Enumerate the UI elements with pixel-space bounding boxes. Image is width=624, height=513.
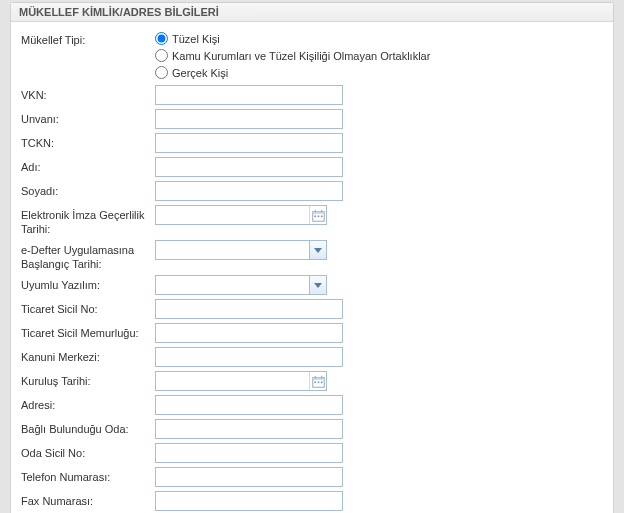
kanuni-input[interactable] [155, 347, 343, 367]
label-odano: Oda Sicil No: [21, 443, 155, 460]
unvani-input[interactable] [155, 109, 343, 129]
svg-rect-12 [317, 381, 319, 383]
label-fax: Fax Numarası: [21, 491, 155, 508]
calendar-icon [312, 209, 325, 222]
vkn-input[interactable] [155, 85, 343, 105]
soyadi-input[interactable] [155, 181, 343, 201]
radio-group-mukellef-tipi: Tüzel Kişi Kamu Kurumları ve Tüzel Kişil… [155, 30, 430, 81]
odano-input[interactable] [155, 443, 343, 463]
kurulus-date-input[interactable] [155, 371, 327, 391]
eimza-date-input[interactable] [155, 205, 327, 225]
tel-input[interactable] [155, 467, 343, 487]
kurulus-date-trigger[interactable] [309, 372, 326, 390]
label-mukellef-tipi: Mükellef Tipi: [21, 30, 155, 47]
svg-rect-11 [314, 381, 316, 383]
svg-rect-6 [320, 215, 322, 217]
svg-rect-5 [317, 215, 319, 217]
radio-tuzel-kisi[interactable] [155, 32, 168, 45]
label-tsicilno: Ticaret Sicil No: [21, 299, 155, 316]
radio-label-tuzel: Tüzel Kişi [172, 33, 220, 45]
row-eimza: Elektronik İmza Geçerlilik Tarihi: [11, 203, 613, 238]
label-tsicilmem: Ticaret Sicil Memurluğu: [21, 323, 155, 340]
svg-rect-4 [314, 215, 316, 217]
oda-input[interactable] [155, 419, 343, 439]
eimza-date-trigger[interactable] [309, 206, 326, 224]
radio-label-kamu: Kamu Kurumları ve Tüzel Kişiliği Olmayan… [172, 50, 430, 62]
tsicilmem-input[interactable] [155, 323, 343, 343]
radio-label-gercek: Gerçek Kişi [172, 67, 228, 79]
row-uyumlu: Uyumlu Yazılım: [11, 273, 613, 297]
adres-input[interactable] [155, 395, 343, 415]
svg-rect-1 [312, 211, 323, 213]
label-unvani: Unvanı: [21, 109, 155, 126]
label-kurulus: Kuruluş Tarihi: [21, 371, 155, 388]
tsicilno-input[interactable] [155, 299, 343, 319]
fax-input[interactable] [155, 491, 343, 511]
label-eimza: Elektronik İmza Geçerlilik Tarihi: [21, 205, 155, 236]
row-edefter: e-Defter Uygulamasına Başlangıç Tarihi: [11, 238, 613, 273]
svg-rect-13 [320, 381, 322, 383]
radio-gercek-kisi[interactable] [155, 66, 168, 79]
row-mukellef-tipi: Mükellef Tipi: Tüzel Kişi Kamu Kurumları… [11, 28, 613, 83]
label-vkn: VKN: [21, 85, 155, 102]
label-uyumlu: Uyumlu Yazılım: [21, 275, 155, 292]
section-header-identity: MÜKELLEF KİMLİK/ADRES BİLGİLERİ [11, 3, 613, 22]
uyumlu-combo-input[interactable] [155, 275, 327, 295]
svg-rect-8 [312, 377, 323, 379]
row-kurulus: Kuruluş Tarihi: [11, 369, 613, 393]
chevron-down-icon [314, 248, 322, 253]
taxpayer-identity-panel: MÜKELLEF KİMLİK/ADRES BİLGİLERİ Mükellef… [10, 2, 614, 513]
uyumlu-combo-trigger[interactable] [309, 276, 326, 294]
section1-body: Mükellef Tipi: Tüzel Kişi Kamu Kurumları… [11, 22, 613, 513]
radio-kamu-kurumlari[interactable] [155, 49, 168, 62]
calendar-icon [312, 375, 325, 388]
label-oda: Bağlı Bulunduğu Oda: [21, 419, 155, 436]
label-adres: Adresi: [21, 395, 155, 412]
edefter-combo-trigger[interactable] [309, 241, 326, 259]
tckn-input[interactable] [155, 133, 343, 153]
label-adi: Adı: [21, 157, 155, 174]
label-edefter: e-Defter Uygulamasına Başlangıç Tarihi: [21, 240, 155, 271]
edefter-combo-input[interactable] [155, 240, 327, 260]
label-tckn: TCKN: [21, 133, 155, 150]
label-kanuni: Kanuni Merkezi: [21, 347, 155, 364]
label-soyadi: Soyadı: [21, 181, 155, 198]
chevron-down-icon [314, 283, 322, 288]
adi-input[interactable] [155, 157, 343, 177]
label-tel: Telefon Numarası: [21, 467, 155, 484]
